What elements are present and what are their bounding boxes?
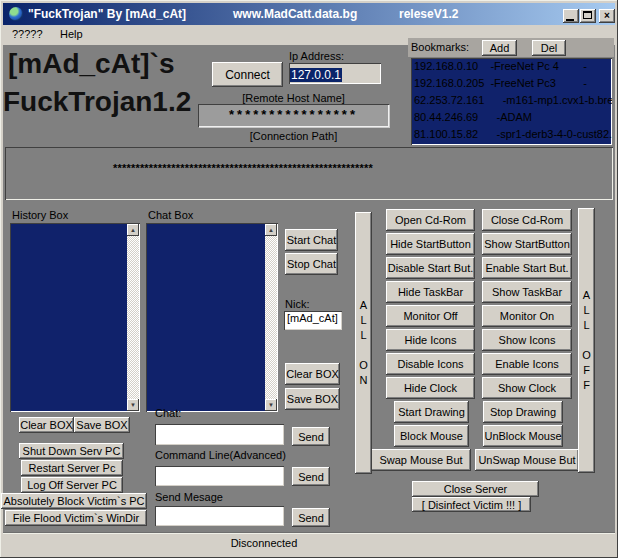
show-startbutton-button[interactable]: Show StartButton	[482, 233, 572, 255]
menu-item-help[interactable]: Help	[60, 28, 83, 40]
clear-historybox-button[interactable]: Clear BOX	[19, 417, 74, 433]
shutdown-server-pc-button[interactable]: Shut Down Serv PC	[19, 443, 124, 459]
close-icon: ×	[604, 10, 610, 21]
bookmarks-label: Bookmarks:	[411, 41, 469, 53]
window-title: "FuckTrojan" By [mAd_cAt]	[28, 7, 186, 21]
hide-taskbar-button[interactable]: Hide TaskBar	[386, 281, 475, 303]
scroll-up-icon[interactable]: ▲	[265, 224, 277, 236]
chat-input-label: Chat:	[155, 407, 181, 419]
show-clock-button[interactable]: Show Clock	[482, 377, 572, 399]
all-off-button[interactable]: A L L O F F	[578, 208, 595, 473]
bookmark-item[interactable]: 62.253.72.161 -m161-mp1.cvx1-b.bre	[411, 92, 612, 109]
disable-icons-button[interactable]: Disable Icons	[386, 353, 475, 375]
close-server-button[interactable]: Close Server	[412, 481, 539, 497]
history-scrollbar[interactable]: ▲ ▼	[127, 224, 139, 411]
menu-item-questions[interactable]: ?????	[12, 28, 43, 40]
disinfect-victim-button[interactable]: [ Disinfect Victim !!! ]	[412, 497, 531, 512]
close-button[interactable]: ×	[599, 9, 615, 23]
hide-startbutton-button[interactable]: Hide StartButton	[386, 233, 475, 255]
stop-chat-button[interactable]: Stop Chat	[285, 253, 338, 275]
enable-icons-button[interactable]: Enable Icons	[482, 353, 572, 375]
minimize-icon	[566, 19, 574, 21]
maximize-button[interactable]	[580, 9, 596, 23]
block-victim-pc-button[interactable]: Absolutely Block Victim`s PC	[1, 493, 147, 509]
bookmark-item[interactable]: 192.168.0.10 -FreeNet Pc 4 -	[411, 58, 612, 75]
minimize-button[interactable]	[563, 9, 579, 23]
scroll-up-icon[interactable]: ▲	[127, 224, 139, 236]
scroll-down-icon[interactable]: ▼	[265, 399, 277, 411]
monitor-on-button[interactable]: Monitor On	[482, 305, 572, 327]
send-message-button[interactable]: Send	[292, 508, 330, 527]
remote-host-box: ****************	[198, 104, 389, 127]
disable-startbutton-button[interactable]: Disable Start But.	[386, 257, 475, 279]
bookmark-item[interactable]: 81.100.15.82 -spr1-derb3-4-0-cust82.	[411, 126, 612, 143]
unswap-mouse-button[interactable]: UnSwap Mouse But	[475, 449, 579, 471]
stop-drawing-button[interactable]: Stop Drawing	[483, 401, 563, 423]
chat-input[interactable]	[155, 424, 284, 445]
maximize-icon	[583, 11, 592, 19]
swap-mouse-button[interactable]: Swap Mouse But	[371, 449, 471, 471]
bookmark-item[interactable]: 80.44.246.69 -ADAM	[411, 109, 612, 126]
logoff-server-pc-button[interactable]: Log Off Server PC	[21, 477, 123, 493]
block-mouse-button[interactable]: Block Mouse	[394, 425, 469, 447]
monitor-off-button[interactable]: Monitor Off	[386, 305, 475, 327]
ip-address-input[interactable]: 127.0.0.1	[289, 63, 381, 84]
start-chat-button[interactable]: Start Chat	[285, 229, 338, 251]
connect-button[interactable]: Connect	[212, 62, 283, 87]
unblock-mouse-button[interactable]: UnBlock Mouse	[483, 425, 563, 447]
hide-clock-button[interactable]: Hide Clock	[386, 377, 475, 399]
globe-app-icon	[9, 7, 23, 21]
status-bar: Disconnected	[3, 532, 615, 555]
bookmark-del-button[interactable]: Del	[532, 40, 566, 56]
title-bar: "FuckTrojan" By [mAd_cAt] www.MadCatt.da…	[3, 3, 615, 25]
clear-chatbox-button[interactable]: Clear BOX	[285, 363, 340, 385]
ip-address-label: Ip Address:	[289, 50, 344, 62]
scroll-down-icon[interactable]: ▼	[127, 399, 139, 411]
chat-listbox[interactable]: ▲ ▼	[146, 223, 278, 412]
nick-label: Nick:	[285, 298, 309, 310]
command-line-label: Command Line(Advanced)	[155, 449, 286, 461]
file-flood-windir-button[interactable]: File Flood Victim`s WinDir	[5, 510, 147, 526]
restart-server-pc-button[interactable]: Restart Server Pc	[21, 460, 123, 476]
app-heading-line1: [mAd_cAt]`s	[8, 48, 174, 80]
send-command-button[interactable]: Send	[292, 467, 330, 486]
all-on-button[interactable]: A L L O N	[355, 212, 372, 474]
chat-scrollbar[interactable]: ▲ ▼	[265, 224, 277, 411]
show-taskbar-button[interactable]: Show TaskBar	[482, 281, 572, 303]
connection-status: Disconnected	[231, 537, 298, 549]
close-cdrom-button[interactable]: Close Cd-Rom	[482, 209, 572, 231]
enable-startbutton-button[interactable]: Enable Start But.	[482, 257, 572, 279]
nick-input[interactable]: [mAd_cAt]	[284, 311, 342, 330]
bookmarks-listbox[interactable]: 192.168.0.10 -FreeNet Pc 4 - 192.168.0.2…	[411, 58, 612, 145]
connection-path-label: [Connection Path]	[198, 130, 389, 142]
history-listbox[interactable]: ▲ ▼	[10, 223, 140, 412]
save-chatbox-button[interactable]: Save BOX	[285, 388, 340, 410]
hide-icons-button[interactable]: Hide Icons	[386, 329, 475, 351]
open-cdrom-button[interactable]: Open Cd-Rom	[386, 209, 475, 231]
send-chat-button[interactable]: Send	[292, 427, 330, 446]
app-window: "FuckTrojan" By [mAd_cAt] www.MadCatt.da…	[0, 0, 618, 558]
start-drawing-button[interactable]: Start Drawing	[394, 401, 469, 423]
connection-path-panel: ****************************************…	[5, 147, 613, 200]
send-message-label: Send Mesage	[155, 491, 223, 503]
ip-address-value: 127.0.0.1	[290, 68, 342, 82]
app-heading-line2: FuckTrojan1.2	[3, 86, 191, 118]
chat-box-label: Chat Box	[148, 209, 193, 221]
history-box-label: History Box	[12, 209, 68, 221]
send-message-input[interactable]	[155, 506, 284, 526]
window-title-site: www.MadCatt.data.bg	[233, 7, 357, 21]
show-icons-button[interactable]: Show Icons	[482, 329, 572, 351]
bookmark-item[interactable]: 192.168.0.205 -FreeNet Pc3 -	[411, 75, 612, 92]
window-title-version: releseV1.2	[399, 7, 458, 21]
command-line-input[interactable]	[155, 466, 284, 486]
save-historybox-button[interactable]: Save BOX	[74, 417, 130, 433]
connection-path-stars: ****************************************…	[113, 162, 373, 174]
remote-host-label: [Remote Host Name]	[198, 92, 389, 104]
bookmark-add-button[interactable]: Add	[482, 40, 517, 56]
